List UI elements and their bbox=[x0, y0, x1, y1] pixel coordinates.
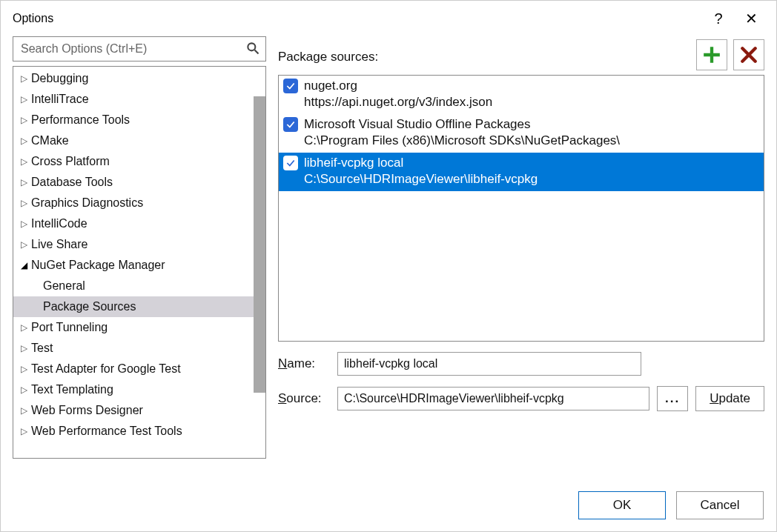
package-source-list[interactable]: nuget.orghttps://api.nuget.org/v3/index.… bbox=[278, 75, 764, 342]
tree-item-label: Live Share bbox=[31, 238, 88, 251]
tree-item[interactable]: ▷Port Tunneling bbox=[13, 317, 265, 338]
tree-item-label: Test bbox=[31, 342, 53, 355]
options-tree-list[interactable]: ▷Debugging▷IntelliTrace▷Performance Tool… bbox=[13, 67, 265, 458]
tree-item-label: Package Sources bbox=[43, 300, 136, 313]
tree-item-label: IntelliTrace bbox=[31, 93, 89, 106]
tree-item[interactable]: ▷Performance Tools bbox=[13, 110, 265, 130]
scrollbar-thumb[interactable] bbox=[254, 96, 265, 393]
package-sources-label: Package sources: bbox=[278, 50, 378, 70]
tree-item[interactable]: ▷Graphics Diagnostics bbox=[13, 193, 265, 213]
tree-item[interactable]: ▷Cross Platform bbox=[13, 151, 265, 172]
source-name: nuget.org bbox=[304, 79, 357, 93]
right-panel: Package sources: nuget.orghttps://api.nu… bbox=[278, 36, 764, 459]
name-row: Name: bbox=[278, 352, 764, 376]
ok-button[interactable]: OK bbox=[578, 491, 666, 519]
tree-item-label: IntelliCode bbox=[31, 217, 87, 230]
checkbox[interactable] bbox=[283, 156, 298, 170]
tree-item-label: Graphics Diagnostics bbox=[31, 196, 143, 210]
source-label: Source: bbox=[278, 391, 330, 406]
source-input[interactable] bbox=[337, 387, 649, 410]
checkbox[interactable] bbox=[283, 79, 298, 93]
chevron-right-icon: ▷ bbox=[21, 364, 31, 374]
check-icon bbox=[285, 81, 296, 91]
svg-line-1 bbox=[255, 50, 259, 54]
update-button[interactable]: Update bbox=[695, 386, 764, 411]
remove-source-button[interactable] bbox=[733, 39, 764, 70]
tree-item[interactable]: ▷Live Share bbox=[13, 234, 265, 255]
tree-item-label: Text Templating bbox=[31, 383, 113, 396]
source-url: https://api.nuget.org/v3/index.json bbox=[283, 95, 759, 110]
tree-item-label: Debugging bbox=[31, 72, 88, 85]
chevron-right-icon: ▷ bbox=[21, 115, 31, 125]
tree-item-label: General bbox=[43, 279, 85, 293]
source-url: C:\Source\HDRImageViewer\libheif-vcpkg bbox=[283, 172, 759, 187]
help-button[interactable]: ? bbox=[702, 10, 735, 27]
tree-item-label: Web Performance Test Tools bbox=[31, 425, 182, 438]
chevron-down-icon: ◢ bbox=[21, 260, 31, 270]
x-icon bbox=[739, 45, 758, 64]
package-source-item[interactable]: libheif-vcpkg localC:\Source\HDRImageVie… bbox=[279, 153, 764, 191]
tree-item[interactable]: ▷Web Performance Test Tools bbox=[13, 421, 265, 442]
tree-item-label: Cross Platform bbox=[31, 155, 110, 168]
cancel-button[interactable]: Cancel bbox=[676, 491, 764, 519]
chevron-right-icon: ▷ bbox=[21, 73, 31, 84]
chevron-right-icon: ▷ bbox=[21, 239, 31, 250]
tree-item-label: NuGet Package Manager bbox=[31, 259, 165, 272]
package-sources-header: Package sources: bbox=[278, 36, 764, 70]
tree-item[interactable]: General bbox=[13, 276, 265, 296]
add-source-button[interactable] bbox=[696, 39, 727, 70]
tree-item[interactable]: ▷Test bbox=[13, 338, 265, 359]
browse-button[interactable]: ... bbox=[657, 386, 688, 411]
chevron-right-icon: ▷ bbox=[21, 156, 31, 167]
svg-point-0 bbox=[248, 43, 255, 50]
tree-item[interactable]: ▷Database Tools bbox=[13, 172, 265, 193]
tree-item-label: Test Adapter for Google Test bbox=[31, 362, 181, 376]
search-container bbox=[13, 36, 266, 61]
content: ▷Debugging▷IntelliTrace▷Performance Tool… bbox=[1, 36, 776, 459]
dialog-footer: OK Cancel bbox=[0, 479, 777, 532]
name-label: Name: bbox=[278, 356, 330, 371]
tree-item[interactable]: Package Sources bbox=[13, 296, 265, 317]
package-source-item[interactable]: Microsoft Visual Studio Offline Packages… bbox=[279, 114, 764, 153]
chevron-right-icon: ▷ bbox=[21, 343, 31, 353]
tree-item-label: Performance Tools bbox=[31, 113, 130, 127]
chevron-right-icon: ▷ bbox=[21, 385, 31, 395]
source-name: Microsoft Visual Studio Offline Packages bbox=[304, 117, 531, 132]
tree-item[interactable]: ▷CMake bbox=[13, 130, 265, 151]
package-source-item[interactable]: nuget.orghttps://api.nuget.org/v3/index.… bbox=[279, 76, 764, 114]
tree-item[interactable]: ▷IntelliTrace bbox=[13, 89, 265, 110]
chevron-right-icon: ▷ bbox=[21, 136, 31, 146]
tree-item-label: Port Tunneling bbox=[31, 321, 108, 334]
check-icon bbox=[285, 119, 296, 130]
chevron-right-icon: ▷ bbox=[21, 198, 31, 208]
window-title: Options bbox=[13, 12, 702, 25]
name-input[interactable] bbox=[337, 352, 641, 376]
chevron-right-icon: ▷ bbox=[21, 426, 31, 436]
source-url: C:\Program Files (x86)\Microsoft SDKs\Nu… bbox=[283, 133, 759, 148]
source-name: libheif-vcpkg local bbox=[304, 156, 403, 170]
tree-item[interactable]: ▷Text Templating bbox=[13, 379, 265, 400]
chevron-right-icon: ▷ bbox=[21, 219, 31, 229]
chevron-right-icon: ▷ bbox=[21, 94, 31, 104]
options-tree: ▷Debugging▷IntelliTrace▷Performance Tool… bbox=[13, 66, 266, 459]
tree-item[interactable]: ▷Web Forms Designer bbox=[13, 400, 265, 421]
sidebar: ▷Debugging▷IntelliTrace▷Performance Tool… bbox=[13, 36, 266, 459]
tree-item[interactable]: ▷Test Adapter for Google Test bbox=[13, 359, 265, 379]
tree-item[interactable]: ▷IntelliCode bbox=[13, 213, 265, 234]
chevron-right-icon: ▷ bbox=[21, 405, 31, 416]
titlebar: Options ? ✕ bbox=[1, 1, 776, 36]
tree-item[interactable]: ▷Debugging bbox=[13, 68, 265, 89]
chevron-right-icon: ▷ bbox=[21, 322, 31, 333]
tree-item-label: Web Forms Designer bbox=[31, 404, 143, 417]
search-input[interactable] bbox=[13, 36, 266, 61]
tree-item[interactable]: ◢NuGet Package Manager bbox=[13, 255, 265, 276]
tree-item-label: CMake bbox=[31, 134, 69, 147]
source-row: Source: ... Update bbox=[278, 386, 764, 411]
plus-icon bbox=[702, 45, 721, 64]
chevron-right-icon: ▷ bbox=[21, 177, 31, 187]
close-button[interactable]: ✕ bbox=[735, 10, 767, 27]
search-icon bbox=[245, 41, 260, 59]
checkbox[interactable] bbox=[283, 117, 298, 132]
tree-item-label: Database Tools bbox=[31, 176, 113, 189]
check-icon bbox=[285, 158, 296, 168]
